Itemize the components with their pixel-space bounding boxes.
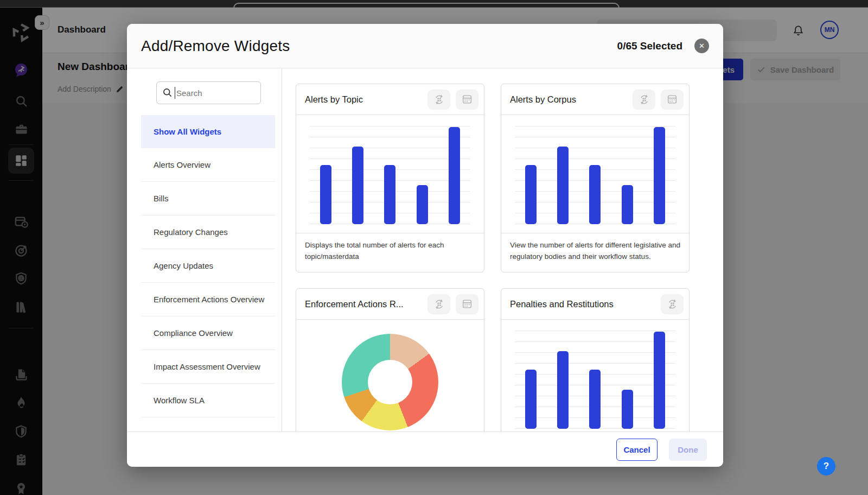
category-agency-updates[interactable]: Agency Updates xyxy=(141,249,275,283)
screen: » Dashboard MN New Dashboard Add Descrip… xyxy=(0,0,868,495)
table-icon[interactable] xyxy=(456,90,478,110)
switch-visualization-icon[interactable] xyxy=(661,294,684,314)
text-caret xyxy=(175,87,175,99)
bar-chart-penalties xyxy=(501,320,689,431)
modal-body: Show All Widgets Alerts Overview Bills R… xyxy=(127,68,723,431)
category-impact-assessment-overview[interactable]: Impact Assessment Overview xyxy=(141,350,275,384)
widget-description: View the number of alerts for different … xyxy=(501,233,689,269)
widget-description: Displays the total number of alerts for … xyxy=(296,233,484,269)
chart-bar xyxy=(557,351,569,429)
category-enforcement-actions-overview[interactable]: Enforcement Actions Overview xyxy=(141,283,275,316)
widget-categories-panel: Show All Widgets Alerts Overview Bills R… xyxy=(127,68,282,431)
chart-bar xyxy=(525,370,537,429)
widget-card-enforcement-actions[interactable]: Enforcement Actions R... xyxy=(296,288,484,431)
category-alerts-overview[interactable]: Alerts Overview xyxy=(141,148,275,182)
modal-title: Add/Remove Widgets xyxy=(141,37,290,55)
category-bills[interactable]: Bills xyxy=(141,182,275,215)
done-button[interactable]: Done xyxy=(669,439,707,461)
switch-visualization-icon[interactable] xyxy=(427,90,450,110)
category-compliance-overview[interactable]: Compliance Overview xyxy=(141,316,275,350)
widget-title: Alerts by Corpus xyxy=(510,94,576,105)
bar-chart-alerts-by-topic xyxy=(296,115,484,233)
switch-visualization-icon[interactable] xyxy=(427,294,450,314)
chart-bar xyxy=(622,390,633,429)
donut-chart-enforcement-actions xyxy=(296,320,484,430)
bar-chart-alerts-by-corpus xyxy=(501,115,689,233)
category-regulatory-changes[interactable]: Regulatory Changes xyxy=(141,215,275,249)
chart-bar xyxy=(449,127,460,224)
chart-bar xyxy=(320,165,331,224)
help-button[interactable]: ? xyxy=(817,457,835,475)
add-remove-widgets-modal: Add/Remove Widgets 0/65 Selected ✕ Show … xyxy=(127,24,723,467)
chart-bar xyxy=(654,332,665,429)
widget-grid: Alerts by Topic Displays xyxy=(282,68,723,431)
widget-title: Penalties and Restitutions xyxy=(510,299,614,309)
chart-bar xyxy=(589,165,601,224)
chart-bar xyxy=(654,127,665,224)
chart-bar xyxy=(557,147,569,224)
table-icon[interactable] xyxy=(456,294,478,314)
widget-card-alerts-by-corpus[interactable]: Alerts by Corpus View th xyxy=(501,84,690,272)
modal-header: Add/Remove Widgets 0/65 Selected ✕ xyxy=(127,24,723,68)
chart-bar xyxy=(589,370,601,429)
widget-title: Enforcement Actions R... xyxy=(305,299,404,309)
category-show-all-widgets[interactable]: Show All Widgets xyxy=(141,115,275,148)
close-icon[interactable]: ✕ xyxy=(694,39,709,53)
widget-search-icon xyxy=(162,87,173,100)
chart-bar xyxy=(384,165,395,224)
chart-bar xyxy=(622,185,633,224)
table-icon[interactable] xyxy=(661,90,684,110)
switch-visualization-icon[interactable] xyxy=(633,90,655,110)
chart-bar xyxy=(417,185,428,224)
widget-title: Alerts by Topic xyxy=(305,94,363,105)
chart-bar xyxy=(525,165,537,224)
widget-card-alerts-by-topic[interactable]: Alerts by Topic Displays xyxy=(296,84,484,272)
widget-card-penalties-restitutions[interactable]: Penalties and Restitutions xyxy=(501,288,690,431)
selection-count: 0/65 Selected xyxy=(617,40,682,52)
modal-footer: Cancel Done xyxy=(127,431,723,467)
cancel-button[interactable]: Cancel xyxy=(616,439,658,461)
category-workflow-sla[interactable]: Workflow SLA xyxy=(141,384,275,417)
chart-bar xyxy=(352,147,363,224)
widget-category-list: Show All Widgets Alerts Overview Bills R… xyxy=(141,115,275,417)
